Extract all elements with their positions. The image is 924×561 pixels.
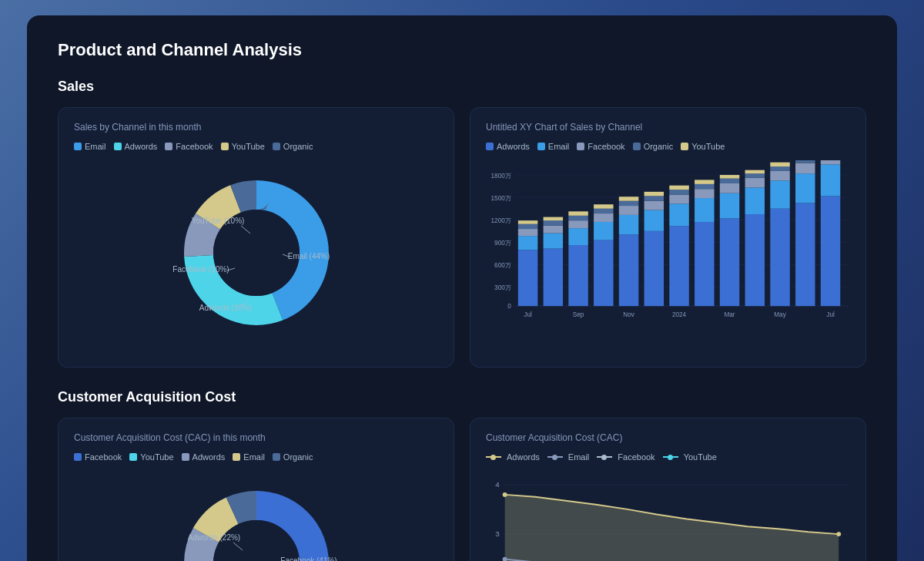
legend-adwords-label: Adwords — [125, 142, 158, 151]
bar-legend-email-label: Email — [548, 142, 570, 151]
svg-rect-81 — [821, 160, 840, 164]
bar-1-facebook — [518, 229, 537, 236]
cac-line-legend: Adwords Email Facebook — [486, 452, 850, 462]
svg-text:0: 0 — [507, 303, 511, 310]
svg-text:May: May — [774, 311, 786, 318]
cac-legend-email: Email — [233, 452, 265, 462]
svg-text:1500万: 1500万 — [491, 195, 511, 202]
donut-label-youtube: YouTube (10%) — [191, 217, 244, 225]
donut-label-facebook: Facebook (10%) — [172, 265, 229, 274]
svg-text:600万: 600万 — [494, 262, 511, 269]
line-legend-youtube: YouTube — [663, 452, 717, 462]
sales-charts-row: Sales by Channel in this month Email Adw… — [58, 107, 866, 368]
svg-point-106 — [836, 532, 841, 536]
line-legend-facebook-label: Facebook — [618, 452, 654, 462]
svg-rect-73 — [770, 163, 789, 166]
cac-legend-youtube-label: YouTube — [140, 452, 173, 462]
svg-rect-30 — [568, 228, 588, 245]
svg-rect-64 — [745, 214, 765, 306]
cac-donut-container: Adwords (22%) Facebook (41%) — [74, 471, 438, 561]
cac-legend-email-label: Email — [243, 452, 265, 462]
legend-email: Email — [74, 142, 106, 151]
bar-legend-organic-label: Organic — [644, 142, 674, 151]
line-legend-adwords-label: Adwords — [507, 452, 540, 462]
svg-rect-46 — [644, 201, 664, 210]
svg-rect-67 — [745, 173, 765, 177]
page-title: Product and Channel Analysis — [58, 40, 866, 60]
svg-rect-61 — [720, 183, 739, 193]
sales-bar-title: Untitled XY Chart of Sales by Channel — [486, 122, 850, 133]
cac-legend-facebook-label: Facebook — [85, 452, 122, 462]
svg-rect-47 — [644, 196, 664, 200]
bar-legend-adwords-label: Adwords — [497, 142, 530, 151]
bar-legend-facebook: Facebook — [577, 142, 624, 151]
svg-rect-70 — [770, 180, 789, 208]
svg-rect-63 — [720, 175, 739, 179]
svg-rect-24 — [544, 249, 563, 307]
legend-organic: Organic — [273, 142, 313, 151]
line-legend-youtube-label: YouTube — [684, 452, 717, 462]
svg-rect-40 — [619, 215, 638, 234]
cac-legend-youtube: YouTube — [129, 452, 173, 462]
legend-adwords: Adwords — [114, 142, 158, 151]
svg-rect-29 — [568, 245, 588, 306]
bar-1-email — [518, 236, 537, 250]
svg-rect-53 — [669, 186, 688, 190]
adwords-area — [505, 495, 839, 561]
svg-rect-32 — [568, 216, 588, 220]
cac-donut-label-adwords: Adwords (22%) — [187, 533, 239, 542]
svg-text:Mar: Mar — [725, 311, 735, 318]
cac-donut-svg: Adwords (22%) Facebook (41%) — [172, 479, 341, 561]
svg-rect-44 — [644, 231, 664, 306]
donut-label-adwords: Adwords (30%) — [199, 304, 251, 312]
cac-donut-title: Customer Acquisition Cost (CAC) in this … — [74, 432, 438, 443]
svg-point-105 — [503, 492, 507, 497]
svg-rect-52 — [669, 190, 688, 194]
svg-rect-80 — [821, 164, 840, 196]
bar-legend-youtube: YouTube — [681, 142, 725, 151]
bar-legend-youtube-label: YouTube — [691, 142, 725, 151]
legend-youtube-label: YouTube — [232, 142, 265, 151]
legend-facebook-label: Facebook — [176, 142, 213, 151]
svg-rect-69 — [770, 209, 789, 306]
cac-legend-adwords: Adwords — [182, 452, 226, 462]
cac-donut-label-facebook: Facebook (41%) — [280, 556, 336, 561]
svg-rect-60 — [720, 193, 739, 219]
app-container: Product and Channel Analysis Sales Sales… — [27, 15, 897, 561]
svg-rect-76 — [795, 163, 815, 174]
cac-legend-organic: Organic — [273, 452, 313, 462]
svg-rect-77 — [795, 160, 815, 163]
svg-text:300万: 300万 — [494, 284, 511, 291]
svg-rect-79 — [821, 196, 840, 306]
cac-charts-row: Customer Acquisition Cost (CAC) in this … — [58, 418, 866, 561]
bar-legend-adwords: Adwords — [486, 142, 530, 151]
svg-text:1800万: 1800万 — [491, 173, 511, 180]
sales-donut-card: Sales by Channel in this month Email Adw… — [58, 107, 454, 368]
bar-legend-organic: Organic — [633, 142, 674, 151]
donut-label-email: Email (44%) — [287, 252, 329, 260]
svg-rect-75 — [795, 173, 815, 203]
svg-text:Sep: Sep — [573, 311, 584, 318]
cac-line-title: Customer Acquisition Cost (CAC) — [486, 432, 850, 443]
svg-rect-55 — [695, 198, 714, 222]
cac-donut-legend: Facebook YouTube Adwords Email Organic — [74, 452, 438, 462]
svg-text:1200万: 1200万 — [491, 217, 511, 224]
svg-rect-51 — [669, 195, 688, 204]
svg-rect-42 — [619, 201, 638, 206]
svg-rect-34 — [594, 240, 613, 307]
cac-line-svg: 4 3 2 — [486, 471, 850, 561]
svg-rect-48 — [644, 192, 664, 196]
svg-rect-39 — [619, 234, 638, 306]
svg-rect-65 — [745, 187, 765, 214]
bar-1-youtube — [518, 220, 537, 224]
svg-rect-66 — [745, 178, 765, 188]
bar-legend-facebook-label: Facebook — [588, 142, 624, 151]
svg-rect-57 — [695, 184, 714, 189]
svg-rect-45 — [644, 210, 664, 231]
sales-donut-svg: YouTube (10%) Facebook (10%) Adwords (30… — [172, 168, 341, 338]
svg-text:2024: 2024 — [672, 311, 687, 318]
line-legend-facebook: Facebook — [597, 452, 654, 462]
sales-bar-legend: Adwords Email Facebook Organic YouTube — [486, 142, 850, 151]
legend-facebook: Facebook — [165, 142, 213, 151]
svg-text:Nov: Nov — [623, 311, 634, 318]
